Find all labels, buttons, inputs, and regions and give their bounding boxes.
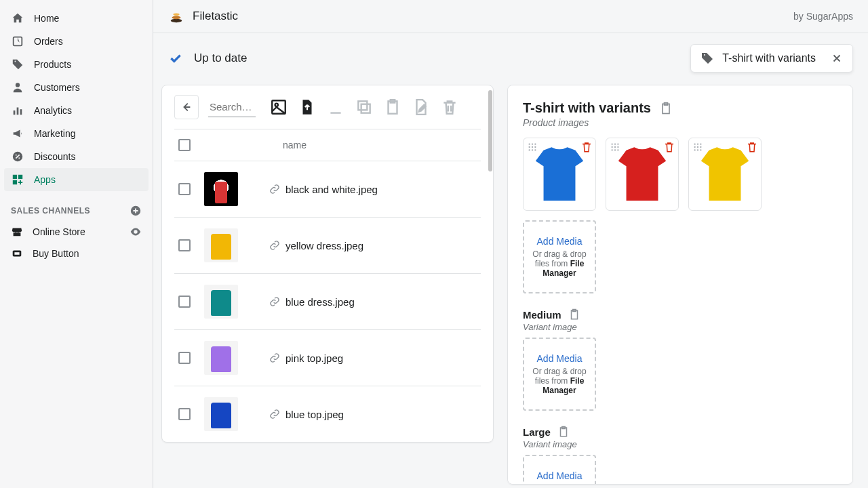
nav-apps[interactable]: Apps [4, 168, 149, 191]
add-media-link[interactable]: Add Media [537, 470, 583, 481]
nav-discounts[interactable]: Discounts [0, 145, 153, 168]
variant-section: Large Variant image Add Media Or drag & … [523, 426, 837, 485]
add-media-link[interactable]: Add Media [537, 353, 583, 364]
nav-label: Orders [34, 36, 63, 47]
add-media-dropzone[interactable]: Add Media Or drag & drop files from File… [523, 455, 596, 485]
add-media-link[interactable]: Add Media [537, 236, 583, 247]
drag-handle-icon[interactable] [610, 142, 620, 152]
back-button[interactable] [174, 95, 199, 119]
delete-image-icon[interactable] [663, 141, 675, 153]
product-image-card[interactable] [523, 138, 596, 211]
link-icon [269, 184, 280, 195]
file-row[interactable]: black and white.jpeg [174, 161, 481, 217]
main-area: Filetastic by SugarApps Up to date T-shi… [153, 0, 868, 488]
svg-point-30 [534, 146, 536, 148]
drop-hint: Or drag & drop files from File Manager [530, 249, 589, 278]
svg-point-39 [617, 146, 618, 148]
channel-label: Buy Button [33, 248, 79, 259]
trash-icon [440, 98, 459, 117]
clipboard-icon[interactable] [568, 308, 580, 321]
add-media-dropzone[interactable]: Add Media Or drag & drop files from File… [523, 338, 596, 411]
nav-customers[interactable]: Customers [0, 76, 153, 99]
channel-online-store[interactable]: Online Store [0, 221, 153, 243]
svg-rect-9 [18, 175, 22, 179]
product-image-card[interactable] [606, 138, 679, 211]
buy-button-icon [11, 247, 23, 260]
row-checkbox[interactable] [178, 183, 191, 195]
svg-point-28 [528, 146, 530, 148]
clipboard-icon[interactable] [557, 426, 570, 438]
file-row[interactable]: yellow dress.jpeg [174, 217, 481, 273]
link-icon [269, 352, 280, 363]
tag-icon [11, 58, 24, 71]
nav-label: Customers [34, 82, 80, 93]
file-row[interactable]: blue dress.jpeg [174, 273, 481, 329]
delete-image-icon[interactable] [580, 141, 593, 153]
file-thumbnail [204, 341, 238, 375]
variant-section: Medium Variant image Add Media Or drag &… [523, 308, 837, 411]
close-icon[interactable] [831, 52, 843, 64]
svg-point-38 [614, 146, 616, 148]
link-icon [269, 240, 280, 251]
file-row[interactable]: pink top.jpeg [174, 329, 481, 386]
nav-products[interactable]: Products [0, 53, 153, 76]
add-channel-button[interactable] [130, 205, 142, 217]
select-all-checkbox[interactable] [178, 139, 191, 151]
row-checkbox[interactable] [178, 296, 191, 308]
channel-buy-button[interactable]: Buy Button [0, 243, 153, 264]
file-row[interactable]: blue top.jpeg [174, 386, 481, 442]
file-name-label: black and white.jpeg [285, 184, 378, 195]
file-table-header: name [174, 129, 481, 161]
orders-icon [11, 35, 24, 48]
nav-label: Analytics [34, 105, 72, 116]
svg-point-46 [694, 146, 695, 148]
svg-point-35 [614, 143, 616, 144]
svg-point-27 [534, 143, 536, 144]
add-media-dropzone[interactable]: Add Media Or drag & drop files from File… [523, 220, 596, 293]
file-toolbar [174, 95, 481, 129]
status-text: Up to date [194, 52, 247, 65]
nav-analytics[interactable]: Analytics [0, 99, 153, 122]
product-image-card[interactable] [688, 138, 762, 211]
svg-rect-20 [358, 101, 367, 110]
nav-label: Home [34, 13, 59, 24]
link-icon [269, 296, 280, 307]
file-manager-panel: name black and white.jpeg yellow dress.j… [161, 85, 494, 443]
nav-marketing[interactable]: Marketing [0, 122, 153, 145]
nav-home[interactable]: Home [0, 7, 153, 30]
file-name-label: blue dress.jpeg [285, 296, 355, 308]
svg-point-32 [532, 149, 533, 150]
svg-point-14 [171, 19, 182, 22]
row-checkbox[interactable] [178, 239, 191, 251]
variant-subtitle: Variant image [523, 439, 837, 449]
svg-point-6 [16, 155, 17, 156]
person-icon [11, 81, 24, 94]
row-checkbox[interactable] [178, 408, 191, 420]
download-icon [326, 98, 345, 117]
check-icon [168, 51, 183, 66]
variant-title: Large [523, 426, 551, 438]
drag-handle-icon[interactable] [693, 142, 703, 152]
tag-icon [701, 52, 714, 65]
svg-rect-3 [17, 108, 19, 115]
app-logo-icon [168, 8, 184, 24]
row-checkbox[interactable] [178, 352, 191, 364]
upload-file-icon[interactable] [298, 98, 317, 117]
svg-point-48 [700, 146, 701, 148]
delete-image-icon[interactable] [746, 141, 758, 153]
scrollbar[interactable] [488, 90, 492, 171]
drag-handle-icon[interactable] [528, 142, 537, 152]
bars-icon [11, 104, 24, 117]
svg-point-25 [528, 143, 530, 144]
link-icon [269, 409, 280, 420]
detail-subtitle: Product images [523, 117, 837, 128]
svg-rect-10 [13, 180, 17, 184]
preview-icon[interactable] [130, 226, 142, 238]
detail-title: T-shirt with variants [523, 100, 651, 116]
clipboard-icon[interactable] [659, 102, 673, 115]
nav-orders[interactable]: Orders [0, 30, 153, 53]
status-row: Up to date T-shirt with variants [153, 33, 868, 85]
file-name-label: pink top.jpeg [285, 352, 343, 364]
image-icon[interactable] [269, 98, 288, 117]
search-input[interactable] [208, 97, 256, 117]
